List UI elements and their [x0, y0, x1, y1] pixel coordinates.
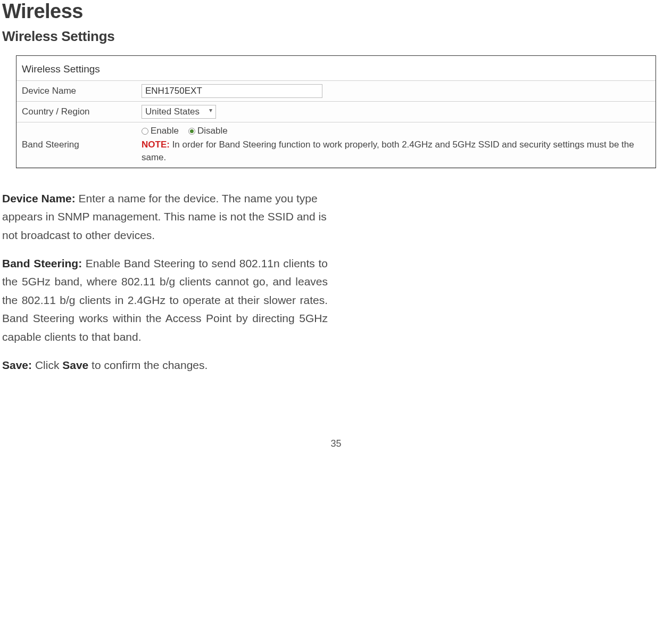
- desc-bold-word: Save: [62, 359, 88, 371]
- table-row: Band Steering Enable Disable NOTE: In or…: [16, 122, 656, 168]
- radio-icon: [142, 128, 148, 135]
- desc-label: Band Steering:: [2, 257, 82, 269]
- desc-text-suffix: to confirm the changes.: [88, 359, 208, 371]
- section-title: Wireless Settings: [0, 28, 672, 45]
- radio-label: Disable: [197, 126, 228, 136]
- country-region-select[interactable]: United States: [142, 105, 216, 119]
- band-steering-radio-group: Enable Disable: [142, 126, 650, 136]
- device-name-cell: [136, 81, 656, 102]
- note-text: In order for Band Steering function to w…: [142, 139, 634, 162]
- note-label: NOTE:: [142, 139, 170, 150]
- desc-label: Device Name:: [2, 192, 76, 204]
- settings-table: Device Name Country / Region United Stat…: [16, 80, 656, 168]
- page-number: 35: [0, 438, 672, 460]
- band-steering-enable-option[interactable]: Enable: [142, 126, 179, 136]
- band-steering-cell: Enable Disable NOTE: In order for Band S…: [136, 122, 656, 168]
- country-region-cell: United States: [136, 102, 656, 122]
- save-description: Save: Click Save to confirm the changes.: [2, 356, 328, 375]
- desc-label: Save:: [2, 359, 32, 371]
- device-name-label: Device Name: [16, 81, 136, 102]
- table-row: Country / Region United States: [16, 102, 656, 122]
- band-steering-note: NOTE: In order for Band Steering functio…: [142, 138, 650, 164]
- band-steering-disable-option[interactable]: Disable: [188, 126, 228, 136]
- descriptions-block: Device Name: Enter a name for the device…: [0, 190, 330, 375]
- device-name-input[interactable]: [142, 84, 322, 98]
- panel-heading: Wireless Settings: [16, 56, 656, 80]
- wireless-settings-panel: Wireless Settings Device Name Country / …: [16, 55, 656, 168]
- band-steering-description: Band Steering: Enable Band Steering to s…: [2, 254, 328, 347]
- page-title: Wireless: [0, 0, 672, 23]
- desc-text: Enable Band Steering to send 802.11n cli…: [2, 257, 328, 343]
- band-steering-label: Band Steering: [16, 122, 136, 168]
- desc-text-prefix: Click: [32, 359, 62, 371]
- device-name-description: Device Name: Enter a name for the device…: [2, 190, 328, 245]
- country-region-label: Country / Region: [16, 102, 136, 122]
- radio-icon: [188, 128, 195, 135]
- table-row: Device Name: [16, 81, 656, 102]
- radio-label: Enable: [151, 126, 179, 136]
